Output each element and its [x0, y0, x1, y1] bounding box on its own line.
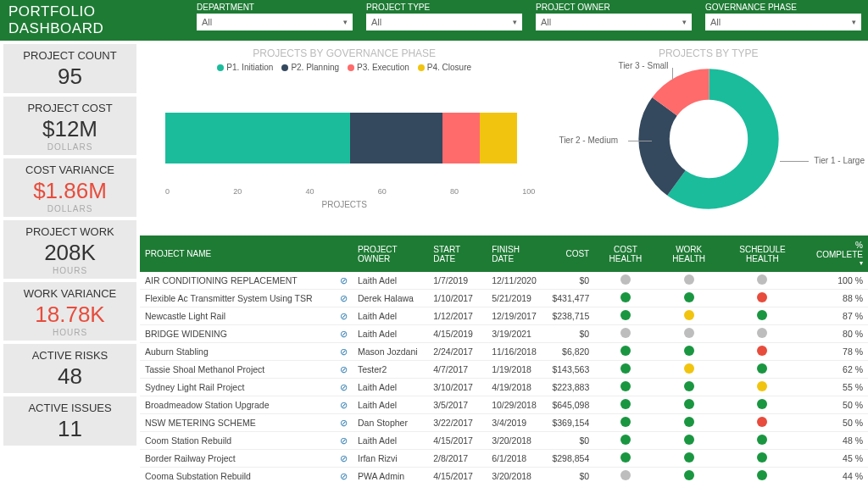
table-row[interactable]: Tassie Shoal Methanol Project ⊘ Tester2 …: [140, 361, 868, 379]
cell-link[interactable]: ⊘: [335, 361, 353, 379]
cell-link[interactable]: ⊘: [335, 343, 353, 361]
table-column-header[interactable]: % COMPLETE▾: [804, 235, 868, 272]
kpi-card[interactable]: PROJECT COST $12M DOLLARS: [3, 97, 136, 155]
health-dot-icon: [684, 363, 694, 374]
table-row[interactable]: BRIDGE WIDENING ⊘ Laith Adel 4/15/2019 3…: [140, 325, 868, 343]
table-column-header[interactable]: COST HEALTH: [594, 235, 656, 272]
table-row[interactable]: Auburn Stabling ⊘ Mason Jozdani 2/24/201…: [140, 343, 868, 361]
chart-projects-by-type[interactable]: PROJECTS BY TYPE Tier 1 - LargeTier 2 - …: [548, 41, 868, 235]
kpi-card[interactable]: ACTIVE ISSUES 11: [3, 396, 136, 446]
cell-start: 3/22/2017: [428, 414, 487, 432]
cell-cost: $0: [547, 468, 594, 483]
chevron-down-icon: ▾: [682, 18, 687, 26]
link-icon: ⊘: [340, 293, 348, 303]
legend-item[interactable]: P4. Closure: [418, 63, 471, 72]
project-type-select[interactable]: All ▾: [366, 14, 522, 30]
table-column-header[interactable]: PROJECT NAME: [140, 235, 335, 272]
health-dot-icon: [620, 274, 631, 285]
table-row[interactable]: Coom Station Rebuild ⊘ Laith Adel 4/15/2…: [140, 432, 868, 450]
cell-start: 1/12/2017: [428, 307, 487, 325]
table-row[interactable]: Flexible Ac Transmitter System Using TSR…: [140, 290, 868, 307]
cell-cost: $143,563: [547, 361, 594, 379]
cell-link[interactable]: ⊘: [335, 432, 353, 450]
legend-dot-icon: [418, 64, 425, 71]
cell-link[interactable]: ⊘: [335, 307, 353, 325]
cell-link[interactable]: ⊘: [335, 290, 353, 307]
kpi-title: COST VARIANCE: [7, 163, 133, 176]
cell-link[interactable]: ⊘: [335, 450, 353, 468]
table-column-header[interactable]: [335, 235, 353, 272]
table-row[interactable]: Border Railway Project ⊘ Irfan Rizvi 2/8…: [140, 450, 868, 468]
table-row[interactable]: AIR CONDITIONING REPLACEMENT ⊘ Laith Ade…: [140, 272, 868, 290]
cell-cost-health: [594, 432, 656, 450]
health-dot-icon: [620, 417, 631, 427]
table-row[interactable]: Broadmeadow Station Upgrade ⊘ Laith Adel…: [140, 396, 868, 414]
bar-segment[interactable]: [442, 113, 480, 163]
bar-segment[interactable]: [165, 113, 350, 163]
table-column-header[interactable]: FINISH DATE: [487, 235, 547, 272]
kpi-title: PROJECT COST: [7, 102, 133, 114]
kpi-card[interactable]: ACTIVE RISKS 48: [3, 344, 136, 393]
filter-label: GOVERNANCE PHASE: [705, 3, 861, 12]
chart-title: PROJECTS BY GOVERNANCE PHASE: [150, 47, 538, 59]
kpi-value: 208K: [7, 240, 133, 266]
cell-link[interactable]: ⊘: [335, 272, 353, 290]
bar-segment[interactable]: [350, 113, 442, 163]
x-tick: 20: [233, 187, 242, 196]
health-dot-icon: [757, 399, 767, 409]
cell-pct-complete: 80 %: [804, 325, 868, 343]
projects-table: PROJECT NAMEPROJECT OWNERSTART DATEFINIS…: [140, 235, 868, 482]
cell-link[interactable]: ⊘: [335, 379, 353, 396]
cell-finish: 10/29/2018: [487, 396, 547, 414]
cell-cost: $431,477: [547, 290, 594, 307]
legend-item[interactable]: P3. Execution: [348, 63, 409, 72]
legend-item[interactable]: P1. Initiation: [217, 63, 273, 72]
cell-project-name: Cooma Substation Rebuild: [140, 468, 335, 483]
cell-cost: $223,883: [547, 379, 594, 396]
cell-owner: Laith Adel: [353, 379, 428, 396]
department-select[interactable]: All ▾: [197, 14, 353, 30]
kpi-card[interactable]: PROJECT COUNT 95: [3, 44, 136, 93]
donut-slice[interactable]: [654, 85, 763, 194]
kpi-title: PROJECT COUNT: [7, 49, 133, 62]
legend-item[interactable]: P2. Planning: [281, 63, 339, 72]
health-dot-icon: [757, 292, 767, 302]
cell-owner: Tester2: [353, 361, 428, 379]
table-row[interactable]: Newcastle Light Rail ⊘ Laith Adel 1/12/2…: [140, 307, 868, 325]
kpi-card[interactable]: COST VARIANCE $1.86M DOLLARS: [3, 158, 136, 217]
kpi-card[interactable]: WORK VARIANCE 18.78K HOURS: [3, 282, 136, 341]
cell-cost: $298,854: [547, 450, 594, 468]
cell-cost-health: [594, 343, 656, 361]
chart-title: PROJECTS BY TYPE: [559, 47, 858, 59]
table-column-header[interactable]: PROJECT OWNER: [353, 235, 428, 272]
cell-project-name: Sydney Light Rail Project: [140, 379, 335, 396]
cell-link[interactable]: ⊘: [335, 468, 353, 483]
bar-segment[interactable]: [480, 113, 517, 163]
cell-schedule-health: [721, 307, 804, 325]
table-column-header[interactable]: SCHEDULE HEALTH: [721, 235, 804, 272]
filter-label: DEPARTMENT: [197, 3, 353, 12]
table-row[interactable]: Sydney Light Rail Project ⊘ Laith Adel 3…: [140, 379, 868, 396]
table-column-header[interactable]: COST: [547, 235, 594, 272]
cell-schedule-health: [721, 343, 804, 361]
chart-governance-phase[interactable]: PROJECTS BY GOVERNANCE PHASE P1. Initiat…: [140, 41, 548, 235]
health-dot-icon: [684, 292, 694, 302]
health-dot-icon: [684, 399, 694, 409]
table-column-header[interactable]: WORK HEALTH: [657, 235, 721, 272]
cell-finish: 12/11/2020: [487, 272, 547, 290]
link-icon: ⊘: [340, 364, 348, 374]
cell-schedule-health: [721, 414, 804, 432]
cell-owner: Laith Adel: [353, 325, 428, 343]
cell-project-name: Broadmeadow Station Upgrade: [140, 396, 335, 414]
cell-link[interactable]: ⊘: [335, 414, 353, 432]
table-column-header[interactable]: START DATE: [428, 235, 487, 272]
cell-link[interactable]: ⊘: [335, 325, 353, 343]
cell-start: 3/10/2017: [428, 379, 487, 396]
governance-phase-select[interactable]: All ▾: [705, 14, 861, 30]
table-row[interactable]: Cooma Substation Rebuild ⊘ PWA Admin 4/1…: [140, 468, 868, 483]
table-row[interactable]: NSW METERING SCHEME ⊘ Dan Stopher 3/22/2…: [140, 414, 868, 432]
kpi-card[interactable]: PROJECT WORK 208K HOURS: [3, 220, 136, 279]
cell-start: 4/15/2019: [428, 325, 487, 343]
project-owner-select[interactable]: All ▾: [536, 14, 692, 30]
cell-link[interactable]: ⊘: [335, 396, 353, 414]
